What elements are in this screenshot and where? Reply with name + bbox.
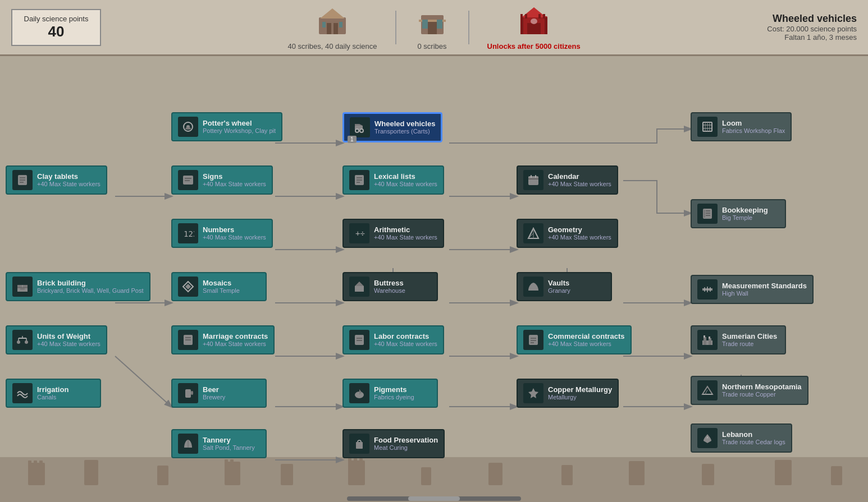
tech-node-irrigation[interactable]: Irrigation Canals bbox=[6, 379, 101, 408]
tech-node-measurement-standards[interactable]: Measurement Standards High Wall bbox=[691, 275, 814, 304]
calendar-icon bbox=[523, 170, 543, 190]
marriage-contracts-icon bbox=[178, 330, 198, 350]
buttress-icon bbox=[349, 277, 369, 297]
units-of-weight-title: Units of Weight bbox=[37, 332, 100, 341]
svg-rect-79 bbox=[355, 286, 364, 292]
lexical-lists-icon bbox=[349, 170, 369, 190]
signs-title: Signs bbox=[203, 172, 266, 181]
irrigation-title: Irrigation bbox=[37, 385, 68, 394]
tech-node-mosaics[interactable]: Mosaics Small Temple bbox=[171, 272, 267, 301]
scrollbar-thumb[interactable] bbox=[408, 496, 460, 501]
loom-title: Loom bbox=[722, 119, 785, 128]
tech-node-bookkeeping[interactable]: Bookkeeping Big Temple bbox=[691, 199, 786, 228]
svg-rect-68 bbox=[191, 391, 193, 395]
tech-node-loom[interactable]: Loom Fabrics Workshop Flax bbox=[691, 112, 792, 141]
svg-rect-125 bbox=[281, 464, 293, 485]
svg-rect-140 bbox=[354, 458, 357, 462]
commercial-contracts-title: Commercial contracts bbox=[548, 332, 625, 341]
tannery-sub: Salt Pond, Tannery bbox=[203, 444, 255, 452]
svg-rect-141 bbox=[359, 458, 363, 462]
food-preservation-title: Food Preservation bbox=[374, 436, 438, 445]
daily-science-label: Daily science points bbox=[22, 15, 90, 23]
svg-rect-89 bbox=[535, 175, 536, 178]
potters-wheel-title: Potter's wheel bbox=[203, 119, 276, 128]
numbers-sub: +40 Max State workers bbox=[203, 234, 266, 241]
tech-node-geometry[interactable]: Geometry +40 Max State workers bbox=[517, 219, 618, 248]
svg-rect-88 bbox=[531, 175, 532, 178]
tech-node-tannery[interactable]: Tannery Salt Pond, Tannery bbox=[171, 429, 267, 458]
tech-node-wheeled-vehicles[interactable]: Wheeled vehicles Transporters (Carts) 1 bbox=[342, 112, 442, 142]
tech-node-signs[interactable]: Signs +40 Max State workers bbox=[171, 165, 273, 195]
labor-contracts-title: Labor contracts bbox=[374, 332, 437, 341]
tech-node-beer[interactable]: Beer Brewery bbox=[171, 379, 267, 408]
tech-node-commercial-contracts[interactable]: Commercial contracts +40 Max State worke… bbox=[517, 325, 632, 354]
vaults-title: Vaults bbox=[548, 279, 570, 288]
sumerian-cities-icon bbox=[697, 330, 718, 350]
sumerian-cities-sub: Trade route bbox=[722, 340, 777, 348]
selected-tech-time: Faltan 1 año, 3 meses bbox=[767, 33, 857, 42]
units-of-weight-icon bbox=[12, 330, 33, 350]
vaults-sub: Granary bbox=[548, 287, 570, 294]
svg-rect-114 bbox=[703, 337, 706, 345]
daily-science-value: 40 bbox=[22, 23, 90, 40]
tech-node-lebanon[interactable]: Lebanon Trade route Cedar logs bbox=[691, 423, 792, 453]
scrollbar-track[interactable] bbox=[347, 496, 520, 501]
svg-text:+÷: +÷ bbox=[355, 229, 365, 238]
svg-line-119 bbox=[705, 390, 707, 394]
tech-node-vaults[interactable]: Vaults Granary bbox=[517, 272, 612, 301]
marriage-contracts-sub: +40 Max State workers bbox=[203, 340, 268, 348]
svg-point-71 bbox=[355, 129, 359, 132]
svg-rect-17 bbox=[520, 14, 523, 19]
tech-node-buttress[interactable]: Buttress Warehouse bbox=[342, 272, 438, 301]
svg-rect-2 bbox=[327, 23, 331, 34]
svg-rect-108 bbox=[703, 210, 705, 218]
tech-node-copper-metallurgy[interactable]: Copper Metallurgy Metallurgy bbox=[517, 379, 619, 408]
buttress-sub: Warehouse bbox=[374, 287, 405, 294]
lexical-lists-title: Lexical lists bbox=[374, 172, 437, 181]
mosaics-sub: Small Temple bbox=[203, 287, 240, 294]
lebanon-icon bbox=[697, 428, 718, 448]
measurement-standards-title: Measurement Standards bbox=[722, 282, 807, 291]
tech-node-food-preservation[interactable]: Food Preservation Meat Curing bbox=[342, 429, 445, 458]
svg-rect-4 bbox=[322, 22, 326, 27]
tech-node-units-of-weight[interactable]: Units of Weight +40 Max State workers bbox=[6, 325, 107, 354]
copper-metallurgy-title: Copper Metallurgy bbox=[548, 385, 612, 394]
tech-node-northern-mesopotamia[interactable]: Northern Mesopotamia Trade route Copper bbox=[691, 376, 808, 405]
arithmetic-sub: +40 Max State workers bbox=[374, 234, 437, 241]
tech-node-labor-contracts[interactable]: Labor contracts +40 Max State workers bbox=[342, 325, 444, 354]
calendar-sub: +40 Max State workers bbox=[548, 181, 611, 188]
svg-rect-13 bbox=[527, 23, 541, 34]
tech-node-numbers[interactable]: 123 Numbers +40 Max State workers bbox=[171, 219, 273, 248]
svg-rect-58 bbox=[183, 176, 193, 185]
bookkeeping-icon bbox=[697, 204, 718, 224]
wheeled-vehicles-title: Wheeled vehicles bbox=[374, 119, 435, 128]
building3-icon bbox=[516, 4, 552, 40]
geometry-title: Geometry bbox=[548, 225, 611, 234]
svg-rect-126 bbox=[348, 460, 365, 485]
tech-node-arithmetic[interactable]: +÷ Arithmetic +40 Max State workers bbox=[342, 219, 444, 248]
building2-block: 0 scribes bbox=[414, 4, 450, 50]
tech-node-lexical-lists[interactable]: Lexical lists +40 Max State workers bbox=[342, 165, 444, 195]
tech-node-calendar[interactable]: Calendar +40 Max State workers bbox=[517, 165, 618, 195]
svg-rect-116 bbox=[703, 335, 705, 338]
tech-node-sumerian-cities[interactable]: Sumerian Cities Trade route bbox=[691, 325, 786, 354]
svg-rect-136 bbox=[39, 460, 43, 465]
tech-node-marriage-contracts[interactable]: Marriage contracts +40 Max State workers bbox=[171, 325, 275, 354]
irrigation-icon bbox=[12, 383, 33, 403]
svg-rect-124 bbox=[225, 462, 240, 485]
measurement-standards-sub: High Wall bbox=[722, 290, 807, 297]
pigments-icon bbox=[349, 383, 369, 403]
svg-rect-86 bbox=[528, 176, 538, 185]
labor-contracts-icon bbox=[349, 330, 369, 350]
tannery-icon bbox=[178, 434, 198, 454]
food-preservation-sub: Meat Curing bbox=[374, 444, 438, 452]
svg-rect-121 bbox=[28, 463, 45, 485]
northern-mesopotamia-icon bbox=[697, 380, 718, 400]
tech-node-potters-wheel[interactable]: Potter's wheel Pottery Workshop, Clay pi… bbox=[171, 112, 282, 141]
tech-node-pigments[interactable]: Pigments Fabrics dyeing bbox=[342, 379, 438, 408]
svg-marker-97 bbox=[528, 388, 538, 398]
svg-point-54 bbox=[25, 340, 28, 344]
tech-node-brick-building[interactable]: Brick building Brickyard, Brick Wall, We… bbox=[6, 272, 150, 301]
mosaics-icon bbox=[178, 277, 198, 297]
tech-node-clay-tablets[interactable]: Clay tablets +40 Max State workers bbox=[6, 165, 107, 195]
